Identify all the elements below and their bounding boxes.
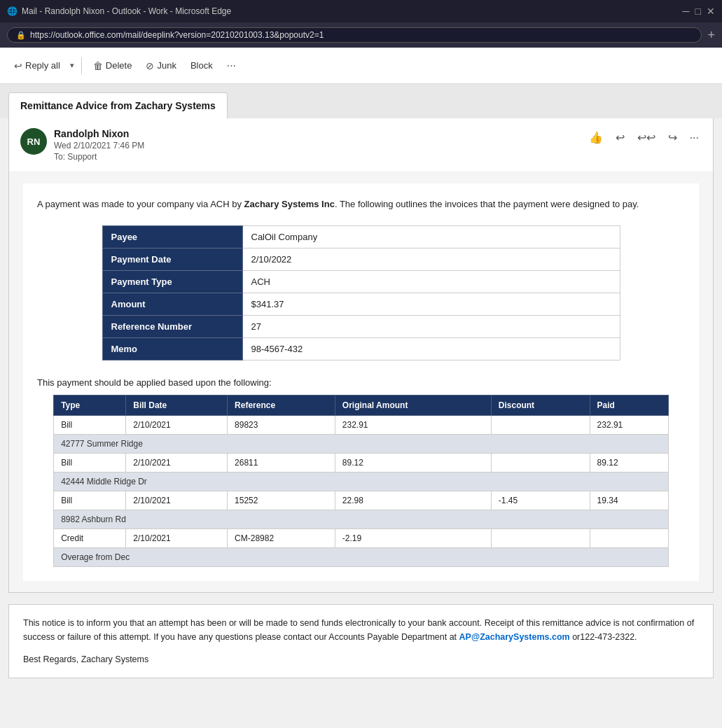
email-outer: RN Randolph Nixon Wed 2/10/2021 7:46 PM … bbox=[8, 118, 714, 593]
payment-label: Memo bbox=[102, 337, 242, 360]
row-description: 42777 Summer Ridge bbox=[54, 434, 669, 453]
sender-to: To: Support bbox=[54, 152, 144, 162]
row-paid bbox=[590, 528, 668, 547]
payment-value: 2/10/2022 bbox=[242, 248, 620, 270]
table-row: Bill 2/10/2021 26811 89.12 89.12 bbox=[54, 453, 669, 472]
applied-table-header: Reference bbox=[228, 395, 335, 415]
email-body: A payment was made to your company via A… bbox=[9, 172, 713, 592]
table-row: Bill 2/10/2021 15252 22.98 -1.45 19.34 bbox=[54, 491, 669, 510]
payment-label: Amount bbox=[102, 293, 242, 315]
junk-button[interactable]: ⊘ Junk bbox=[140, 56, 181, 76]
table-row: Payment TypeACH bbox=[102, 270, 620, 293]
email-header-actions: 👍 ↩ ↩↩ ↪ ··· bbox=[586, 128, 702, 147]
row-type: Bill bbox=[54, 415, 126, 434]
reply-all-dropdown[interactable]: ▾ bbox=[69, 57, 76, 74]
junk-icon: ⊘ bbox=[146, 60, 154, 71]
row-reference: 26811 bbox=[228, 453, 335, 472]
payment-value: 27 bbox=[242, 315, 620, 337]
applied-table-header: Paid bbox=[590, 395, 668, 415]
url-bar[interactable]: 🔒 https://outlook.office.com/mail/deepli… bbox=[7, 27, 702, 43]
row-description: Overage from Dec bbox=[54, 547, 669, 566]
browser-icon: 🌐 bbox=[7, 6, 18, 16]
delete-label: Delete bbox=[106, 60, 132, 71]
reply-all-icon: ↩ bbox=[14, 60, 22, 71]
table-row: Credit 2/10/2021 CM-28982 -2.19 bbox=[54, 528, 669, 547]
list-item: 8982 Ashburn Rd bbox=[54, 510, 669, 528]
row-paid: 19.34 bbox=[590, 491, 668, 510]
reply-all-label: Reply all bbox=[25, 60, 60, 71]
email-header-left: RN Randolph Nixon Wed 2/10/2021 7:46 PM … bbox=[20, 128, 144, 162]
titlebar-controls[interactable]: ─ □ ✕ bbox=[683, 6, 715, 17]
row-original-amount: -2.19 bbox=[335, 528, 491, 547]
row-bill-date: 2/10/2021 bbox=[126, 528, 228, 547]
payment-value: CalOil Company bbox=[242, 225, 620, 248]
thumbs-up-icon[interactable]: 👍 bbox=[586, 128, 606, 147]
subject-text: Remittance Advice from Zachary Systems bbox=[20, 100, 216, 111]
sender-date: Wed 2/10/2021 7:46 PM bbox=[54, 141, 144, 150]
row-discount: -1.45 bbox=[491, 491, 590, 510]
browser-titlebar: 🌐 Mail - Randolph Nixon - Outlook - Work… bbox=[0, 0, 722, 22]
browser-addressbar: 🔒 https://outlook.office.com/mail/deepli… bbox=[0, 22, 722, 48]
intro-paragraph: A payment was made to your company via A… bbox=[37, 197, 685, 211]
browser-title: Mail - Randolph Nixon - Outlook - Work -… bbox=[22, 6, 231, 16]
sender-name: Randolph Nixon bbox=[54, 128, 144, 139]
lock-icon: 🔒 bbox=[16, 31, 26, 40]
applied-table-header: Type bbox=[54, 395, 126, 415]
new-tab-button[interactable]: + bbox=[707, 28, 715, 43]
row-reference: 89823 bbox=[228, 415, 335, 434]
reply-all-button[interactable]: ↩ Reply all bbox=[8, 56, 66, 76]
block-button[interactable]: Block bbox=[185, 56, 218, 75]
outlook-toolbar: ↩ Reply all ▾ 🗑 Delete ⊘ Junk Block ··· bbox=[0, 48, 722, 84]
table-row: Amount$341.37 bbox=[102, 293, 620, 315]
row-original-amount: 232.91 bbox=[335, 415, 491, 434]
footer-email-link[interactable]: AP@ZacharySystems.com bbox=[459, 632, 570, 642]
row-discount bbox=[491, 415, 590, 434]
row-original-amount: 22.98 bbox=[335, 491, 491, 510]
payment-label: Payment Type bbox=[102, 270, 242, 293]
close-button[interactable]: ✕ bbox=[707, 6, 715, 17]
row-reference: 15252 bbox=[228, 491, 335, 510]
row-type: Credit bbox=[54, 528, 126, 547]
intro-text-end: . The following outlines the invoices th… bbox=[335, 199, 639, 209]
payment-label: Payee bbox=[102, 225, 242, 248]
applied-table-header: Bill Date bbox=[126, 395, 228, 415]
applied-table: TypeBill DateReferenceOriginal AmountDis… bbox=[53, 395, 669, 567]
applied-table-header: Discount bbox=[491, 395, 590, 415]
list-item: 42777 Summer Ridge bbox=[54, 434, 669, 453]
more-email-actions-icon[interactable]: ··· bbox=[687, 129, 702, 147]
row-type: Bill bbox=[54, 453, 126, 472]
payment-info-table: PayeeCalOil CompanyPayment Date2/10/2022… bbox=[102, 225, 620, 360]
junk-label: Junk bbox=[157, 60, 176, 71]
footer-phone: or122-473-2322. bbox=[570, 632, 637, 642]
footer-notice: This notice is to inform you that an att… bbox=[8, 604, 714, 678]
row-description: 8982 Ashburn Rd bbox=[54, 510, 669, 528]
payment-label: Payment Date bbox=[102, 248, 242, 270]
row-reference: CM-28982 bbox=[228, 528, 335, 547]
maximize-button[interactable]: □ bbox=[695, 6, 701, 17]
company-name: Zachary Systems Inc bbox=[244, 199, 335, 209]
payment-label: Reference Number bbox=[102, 315, 242, 337]
reply-all-header-icon[interactable]: ↩↩ bbox=[634, 128, 658, 147]
row-paid: 232.91 bbox=[590, 415, 668, 434]
minimize-button[interactable]: ─ bbox=[683, 6, 690, 17]
table-row: Bill 2/10/2021 89823 232.91 232.91 bbox=[54, 415, 669, 434]
row-bill-date: 2/10/2021 bbox=[126, 491, 228, 510]
more-actions-button[interactable]: ··· bbox=[221, 57, 242, 75]
forward-icon[interactable]: ↪ bbox=[665, 128, 680, 147]
email-subject-tab: Remittance Advice from Zachary Systems bbox=[8, 92, 228, 118]
list-item: 42444 Middle Ridge Dr bbox=[54, 472, 669, 491]
list-item: Overage from Dec bbox=[54, 547, 669, 566]
email-content-area: RN Randolph Nixon Wed 2/10/2021 7:46 PM … bbox=[0, 118, 722, 704]
delete-icon: 🗑 bbox=[93, 60, 103, 71]
payment-value: 98-4567-432 bbox=[242, 337, 620, 360]
applied-table-header: Original Amount bbox=[335, 395, 491, 415]
avatar: RN bbox=[20, 128, 47, 155]
row-type: Bill bbox=[54, 491, 126, 510]
applied-payment-text: This payment should be applied based upo… bbox=[37, 377, 685, 388]
delete-button[interactable]: 🗑 Delete bbox=[88, 56, 138, 76]
reply-icon[interactable]: ↩ bbox=[613, 128, 627, 147]
row-bill-date: 2/10/2021 bbox=[126, 415, 228, 434]
titlebar-left: 🌐 Mail - Randolph Nixon - Outlook - Work… bbox=[7, 6, 231, 16]
intro-text-start: A payment was made to your company via A… bbox=[37, 199, 244, 209]
row-paid: 89.12 bbox=[590, 453, 668, 472]
